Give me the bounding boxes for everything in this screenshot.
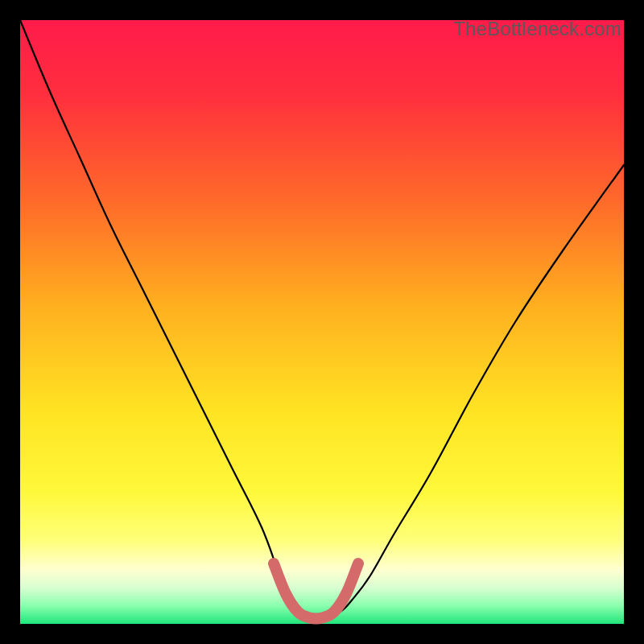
chart-root: TheBottleneck.com	[0, 0, 644, 644]
plot-area	[20, 20, 624, 624]
bottleneck-curve	[20, 20, 624, 618]
watermark-text: TheBottleneck.com	[453, 18, 621, 40]
optimal-range-highlight	[274, 564, 358, 619]
curve-layer	[20, 20, 624, 624]
